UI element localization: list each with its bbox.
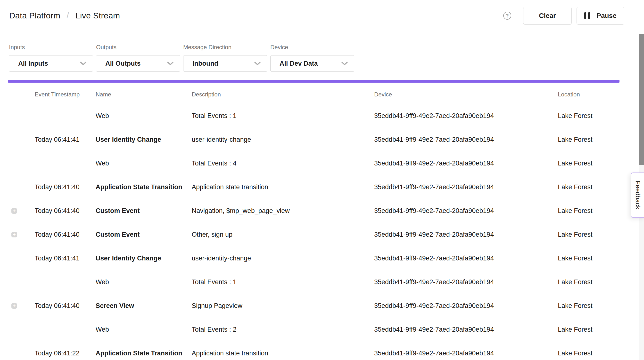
filter-group-message-direction: Message Direction Inbound xyxy=(183,44,267,80)
device-select[interactable]: All Dev Data xyxy=(270,55,354,72)
cell-device: 35eddb41-9ff9-49e2-7aed-20afa90eb194 xyxy=(374,207,558,215)
cell-description: Total Events : 2 xyxy=(192,326,374,333)
cell-description: user-identity-change xyxy=(192,255,374,262)
table-row[interactable]: Web Total Events : 1 35eddb41-9ff9-49e2-… xyxy=(8,104,620,128)
cell-location: Lake Forest xyxy=(558,136,620,143)
cell-device: 35eddb41-9ff9-49e2-7aed-20afa90eb194 xyxy=(374,326,558,333)
column-header-event-timestamp: Event Timestamp xyxy=(35,91,96,98)
cell-name: Web xyxy=(96,112,192,120)
cell-location: Lake Forest xyxy=(558,112,620,120)
cell-description: Application state transition xyxy=(192,183,374,191)
table-row[interactable]: Today 06:41:22 Application State Transit… xyxy=(8,341,620,360)
cell-location: Lake Forest xyxy=(558,326,620,333)
column-header-name: Name xyxy=(96,91,192,98)
cell-name: User Identity Change xyxy=(96,255,192,262)
filters-bar: Inputs All Inputs Outputs All Outputs Me… xyxy=(0,33,644,80)
cell-location: Lake Forest xyxy=(558,231,620,238)
cell-device: 35eddb41-9ff9-49e2-7aed-20afa90eb194 xyxy=(374,112,558,120)
cell-description: Other, sign up xyxy=(192,231,374,238)
feedback-tab-label: Feedback xyxy=(634,181,642,209)
column-header-device: Device xyxy=(374,91,558,98)
cell-location: Lake Forest xyxy=(558,255,620,262)
pause-button[interactable]: Pause xyxy=(576,7,624,25)
column-header-location: Location xyxy=(558,91,620,98)
outputs-select[interactable]: All Outputs xyxy=(96,55,180,72)
cell-device: 35eddb41-9ff9-49e2-7aed-20afa90eb194 xyxy=(374,278,558,286)
clear-button[interactable]: Clear xyxy=(523,7,572,25)
scrollbar-thumb[interactable] xyxy=(639,34,644,165)
chevron-down-icon xyxy=(254,61,260,65)
chevron-down-icon xyxy=(342,61,348,65)
cell-event-timestamp: Today 06:41:40 xyxy=(35,183,96,191)
cell-name: Web xyxy=(96,160,192,167)
table-row[interactable]: Today 06:41:40 Application State Transit… xyxy=(8,175,620,199)
cell-name: Application State Transition xyxy=(96,350,192,357)
help-icon[interactable]: ? xyxy=(503,12,511,20)
cell-name: Web xyxy=(96,278,192,286)
device-select-value: All Dev Data xyxy=(280,60,318,67)
pause-icon xyxy=(584,12,590,19)
cell-location: Lake Forest xyxy=(558,160,620,167)
table-row[interactable]: Web Total Events : 1 35eddb41-9ff9-49e2-… xyxy=(8,270,620,294)
message-direction-select[interactable]: Inbound xyxy=(183,55,267,72)
table-header-row: Event Timestamp Name Description Device … xyxy=(8,83,620,103)
page-header: Data Platform / Live Stream ? Clear Paus… xyxy=(0,0,644,33)
breadcrumb-separator: / xyxy=(60,10,75,20)
cell-description: Navigation, $mp_web_page_view xyxy=(192,207,374,215)
chevron-down-icon xyxy=(80,61,86,65)
table-row[interactable]: + Today 06:41:40 Custom Event Other, sig… xyxy=(8,223,620,246)
breadcrumb-page: Live Stream xyxy=(76,11,120,20)
breadcrumb-section[interactable]: Data Platform xyxy=(9,11,60,20)
cell-device: 35eddb41-9ff9-49e2-7aed-20afa90eb194 xyxy=(374,183,558,191)
cell-device: 35eddb41-9ff9-49e2-7aed-20afa90eb194 xyxy=(374,136,558,143)
cell-event-timestamp: Today 06:41:40 xyxy=(35,207,96,215)
table-row[interactable]: Today 06:41:41 User Identity Change user… xyxy=(8,246,620,270)
filter-group-device: Device All Dev Data xyxy=(270,44,354,80)
cell-device: 35eddb41-9ff9-49e2-7aed-20afa90eb194 xyxy=(374,350,558,357)
cell-event-timestamp: Today 06:41:22 xyxy=(35,350,96,357)
outputs-select-value: All Outputs xyxy=(105,60,140,67)
cell-location: Lake Forest xyxy=(558,350,620,357)
accent-bar xyxy=(8,80,620,83)
table-row[interactable]: Web Total Events : 4 35eddb41-9ff9-49e2-… xyxy=(8,151,620,175)
cell-description: Application state transition xyxy=(192,350,374,357)
cell-event-timestamp: Today 06:41:40 xyxy=(35,302,96,310)
cell-location: Lake Forest xyxy=(558,207,620,215)
filter-group-outputs: Outputs All Outputs xyxy=(96,44,180,80)
table-row[interactable]: Today 06:41:41 User Identity Change user… xyxy=(8,128,620,151)
table-row[interactable]: + Today 06:41:40 Screen View Signup Page… xyxy=(8,294,620,318)
header-actions: ? Clear Pause xyxy=(503,7,624,25)
cell-device: 35eddb41-9ff9-49e2-7aed-20afa90eb194 xyxy=(374,255,558,262)
cell-device: 35eddb41-9ff9-49e2-7aed-20afa90eb194 xyxy=(374,302,558,310)
cell-expand: + xyxy=(8,232,35,237)
table-body: Web Total Events : 1 35eddb41-9ff9-49e2-… xyxy=(8,103,620,360)
cell-description: Signup Pageview xyxy=(192,302,374,310)
cell-description: user-identity-change xyxy=(192,136,374,143)
expand-row-icon[interactable]: + xyxy=(12,232,17,237)
cell-expand: + xyxy=(8,208,35,214)
events-table: Event Timestamp Name Description Device … xyxy=(8,83,620,360)
cell-event-timestamp: Today 06:41:40 xyxy=(35,231,96,238)
expand-row-icon[interactable]: + xyxy=(12,208,17,214)
cell-event-timestamp: Today 06:41:41 xyxy=(35,255,96,262)
cell-name: Screen View xyxy=(96,302,192,310)
feedback-tab[interactable]: Feedback xyxy=(631,173,644,218)
cell-name: Web xyxy=(96,326,192,333)
cell-name: Custom Event xyxy=(96,231,192,238)
cell-device: 35eddb41-9ff9-49e2-7aed-20afa90eb194 xyxy=(374,160,558,167)
cell-description: Total Events : 1 xyxy=(192,278,374,286)
cell-description: Total Events : 4 xyxy=(192,160,374,167)
breadcrumb: Data Platform / Live Stream xyxy=(9,11,120,21)
cell-event-timestamp: Today 06:41:41 xyxy=(35,136,96,143)
column-header-description: Description xyxy=(192,91,374,98)
cell-location: Lake Forest xyxy=(558,183,620,191)
cell-expand: + xyxy=(8,303,35,309)
pause-button-label: Pause xyxy=(596,12,616,20)
cell-description: Total Events : 1 xyxy=(192,112,374,120)
cell-name: Application State Transition xyxy=(96,183,192,191)
table-row[interactable]: Web Total Events : 2 35eddb41-9ff9-49e2-… xyxy=(8,318,620,341)
expand-row-icon[interactable]: + xyxy=(12,303,17,309)
live-stream-page: Data Platform / Live Stream ? Clear Paus… xyxy=(0,0,644,360)
table-row[interactable]: + Today 06:41:40 Custom Event Navigation… xyxy=(8,199,620,223)
inputs-select[interactable]: All Inputs xyxy=(9,55,93,72)
